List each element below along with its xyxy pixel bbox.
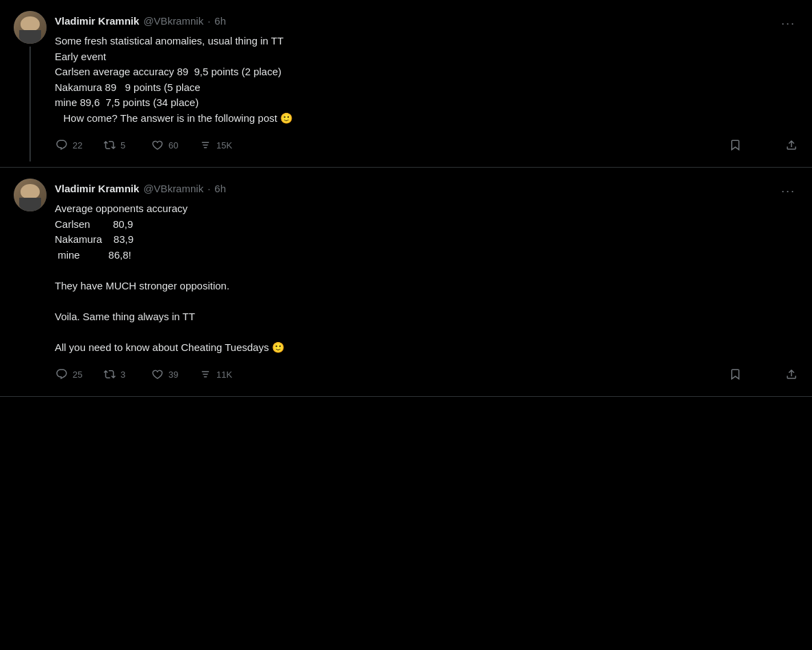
- tweet-text: Some fresh statistical anomalies, usual …: [55, 34, 798, 126]
- tweet-time: 6h: [214, 183, 226, 194]
- share-icon: [785, 367, 798, 381]
- reply-button[interactable]: 25: [55, 363, 103, 385]
- secondary-actions: [728, 363, 798, 385]
- share-button[interactable]: [785, 134, 798, 156]
- dot-separator: ·: [207, 15, 210, 27]
- secondary-actions: [728, 134, 798, 156]
- avatar[interactable]: [14, 11, 47, 44]
- bookmark-button[interactable]: [728, 363, 776, 385]
- like-count: 39: [168, 369, 178, 380]
- views-icon: [199, 138, 212, 152]
- more-options-button[interactable]: ...: [778, 11, 798, 31]
- like-count: 60: [168, 140, 178, 151]
- reply-count: 25: [73, 369, 82, 380]
- dot-separator: ·: [207, 183, 210, 194]
- tweet-actions: 25 3 39 11K: [55, 363, 798, 385]
- retweet-icon: [103, 367, 116, 381]
- thread-line: [29, 47, 31, 161]
- tweet-meta: Vladimir Kramnik @VBkramnik · 6h: [55, 183, 226, 194]
- avatar[interactable]: [14, 179, 47, 211]
- tweet-body: Vladimir Kramnik @VBkramnik · 6h ... Ave…: [55, 179, 798, 391]
- tweet-time: 6h: [214, 15, 226, 27]
- bookmark-icon: [728, 138, 742, 152]
- reply-icon: [55, 367, 68, 381]
- retweet-button[interactable]: 5: [103, 134, 151, 156]
- share-button[interactable]: [785, 363, 798, 385]
- retweet-count: 3: [120, 369, 125, 380]
- bookmark-button[interactable]: [728, 134, 776, 156]
- views-icon: [199, 367, 212, 381]
- like-button[interactable]: 39: [151, 363, 199, 385]
- retweet-button[interactable]: 3: [103, 363, 151, 385]
- tweet-meta: Vladimir Kramnik @VBkramnik · 6h: [55, 15, 226, 27]
- retweet-icon: [103, 138, 116, 152]
- author-handle[interactable]: @VBkramnik: [143, 183, 203, 194]
- author-handle[interactable]: @VBkramnik: [143, 15, 203, 27]
- views-count: 11K: [216, 369, 232, 380]
- avatar-column: [14, 11, 47, 161]
- bookmark-icon: [728, 367, 742, 381]
- author-name[interactable]: Vladimir Kramnik: [55, 183, 139, 194]
- tweet-item: Vladimir Kramnik @VBkramnik · 6h ... Ave…: [0, 168, 812, 397]
- views-button[interactable]: 15K: [199, 134, 246, 156]
- tweet-header: Vladimir Kramnik @VBkramnik · 6h ...: [55, 11, 798, 31]
- views-count: 15K: [216, 140, 232, 151]
- like-button[interactable]: 60: [151, 134, 199, 156]
- tweet-feed: Vladimir Kramnik @VBkramnik · 6h ... Som…: [0, 0, 812, 397]
- reply-icon: [55, 138, 68, 152]
- tweet-text: Average opponents accuracy Carlsen 80,9 …: [55, 201, 798, 355]
- heart-icon: [151, 367, 164, 381]
- avatar-column: [14, 179, 47, 391]
- tweet-item: Vladimir Kramnik @VBkramnik · 6h ... Som…: [0, 0, 812, 168]
- author-name[interactable]: Vladimir Kramnik: [55, 15, 139, 27]
- reply-count: 22: [73, 140, 82, 151]
- heart-icon: [151, 138, 164, 152]
- tweet-body: Vladimir Kramnik @VBkramnik · 6h ... Som…: [55, 11, 798, 161]
- tweet-header: Vladimir Kramnik @VBkramnik · 6h ...: [55, 179, 798, 198]
- reply-button[interactable]: 22: [55, 134, 103, 156]
- share-icon: [785, 138, 798, 152]
- more-options-button[interactable]: ...: [778, 179, 798, 198]
- views-button[interactable]: 11K: [199, 363, 246, 385]
- tweet-actions: 22 5 60 15K: [55, 134, 798, 156]
- retweet-count: 5: [120, 140, 125, 151]
